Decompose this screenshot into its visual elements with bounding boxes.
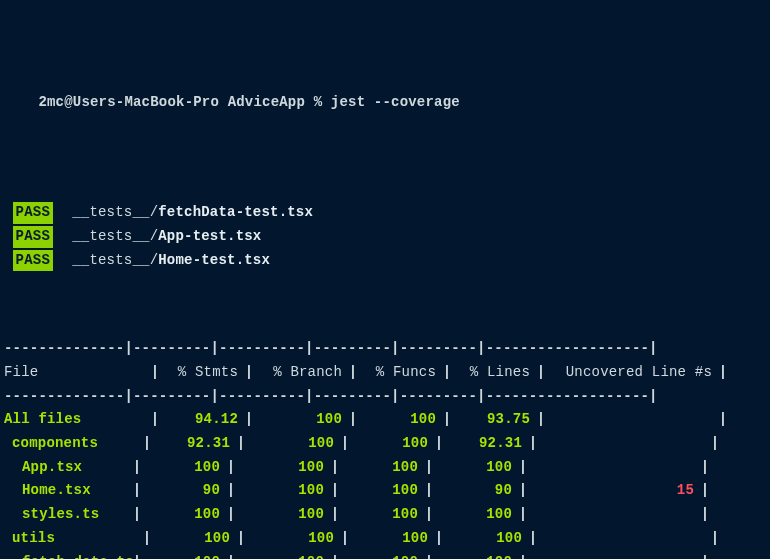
column-separator: |: [126, 504, 148, 526]
coverage-table: --------------|---------|----------|----…: [4, 337, 766, 559]
coverage-file: fetch-data.ts: [4, 552, 126, 560]
prompt-line: 2mc@Users-MacBook-Pro AdviceApp % jest -…: [4, 69, 766, 136]
column-separator: |: [418, 457, 440, 479]
table-row: App.tsx|100|100|100|100||: [4, 456, 766, 480]
coverage-stmts: 100: [148, 504, 220, 526]
column-separator: |: [144, 362, 166, 384]
table-row: utils|100|100|100|100||: [4, 527, 766, 551]
shell-prompt: 2mc@Users-MacBook-Pro AdviceApp % jest -…: [38, 94, 459, 110]
column-separator: |: [418, 552, 440, 560]
column-separator: |: [230, 528, 252, 550]
column-separator: |: [230, 433, 252, 455]
test-run-line: PASS __tests__/Home-test.tsx: [4, 249, 766, 273]
coverage-file: components: [4, 433, 136, 455]
test-run-line: PASS __tests__/fetchData-test.tsx: [4, 201, 766, 225]
column-separator: |: [136, 433, 158, 455]
pass-badge: PASS: [13, 202, 53, 224]
column-separator: |: [324, 457, 346, 479]
coverage-stmts: 94.12: [166, 409, 238, 431]
coverage-stmts: 100: [148, 552, 220, 560]
coverage-lines: 93.75: [458, 409, 530, 431]
coverage-funcs: 100: [364, 409, 436, 431]
column-separator: |: [220, 504, 242, 526]
tests-dir: __tests__/: [72, 252, 158, 268]
column-separator: |: [712, 362, 734, 384]
column-separator: |: [342, 362, 364, 384]
coverage-stmts: 90: [148, 480, 220, 502]
column-separator: |: [694, 504, 716, 526]
column-separator: |: [220, 457, 242, 479]
coverage-branch: 100: [242, 457, 324, 479]
coverage-lines: 100: [440, 457, 512, 479]
coverage-lines: 100: [450, 528, 522, 550]
test-file-name: App-test.tsx: [158, 228, 261, 244]
column-separator: |: [704, 528, 726, 550]
column-separator: |: [418, 504, 440, 526]
column-separator: |: [436, 362, 458, 384]
col-header-branch: % Branch: [260, 362, 342, 384]
coverage-funcs: 100: [346, 552, 418, 560]
column-separator: |: [126, 457, 148, 479]
column-separator: |: [238, 362, 260, 384]
col-header-file: File: [4, 362, 144, 384]
coverage-stmts: 100: [158, 528, 230, 550]
column-separator: |: [324, 552, 346, 560]
coverage-branch: 100: [242, 504, 324, 526]
column-separator: |: [512, 504, 534, 526]
table-rule: --------------|---------|----------|----…: [4, 385, 766, 409]
column-separator: |: [522, 528, 544, 550]
column-separator: |: [334, 528, 356, 550]
coverage-branch: 100: [242, 480, 324, 502]
coverage-file: Home.tsx: [4, 480, 126, 502]
coverage-lines: 100: [440, 552, 512, 560]
column-separator: |: [220, 552, 242, 560]
column-separator: |: [334, 433, 356, 455]
table-row: Home.tsx|90|100|100|90|15|: [4, 479, 766, 503]
coverage-branch: 100: [252, 528, 334, 550]
coverage-funcs: 100: [346, 504, 418, 526]
pass-badge: PASS: [13, 250, 53, 272]
column-separator: |: [694, 552, 716, 560]
test-file-name: fetchData-test.tsx: [158, 204, 313, 220]
coverage-funcs: 100: [346, 480, 418, 502]
column-separator: |: [126, 552, 148, 560]
coverage-branch: 100: [242, 552, 324, 560]
column-separator: |: [694, 457, 716, 479]
test-file-name: Home-test.tsx: [158, 252, 270, 268]
tests-dir: __tests__/: [72, 204, 158, 220]
coverage-lines: 92.31: [450, 433, 522, 455]
column-separator: |: [704, 433, 726, 455]
column-separator: |: [418, 480, 440, 502]
table-row: All files|94.12|100|100|93.75||: [4, 408, 766, 432]
coverage-funcs: 100: [346, 457, 418, 479]
coverage-stmts: 92.31: [158, 433, 230, 455]
column-separator: |: [342, 409, 364, 431]
column-separator: |: [136, 528, 158, 550]
table-rule: --------------|---------|----------|----…: [4, 337, 766, 361]
coverage-stmts: 100: [148, 457, 220, 479]
column-separator: |: [530, 409, 552, 431]
coverage-file: All files: [4, 409, 144, 431]
column-separator: |: [220, 480, 242, 502]
coverage-uncovered: 15: [534, 480, 694, 502]
pass-badge: PASS: [13, 226, 53, 248]
column-separator: |: [144, 409, 166, 431]
col-header-stmts: % Stmts: [166, 362, 238, 384]
column-separator: |: [428, 528, 450, 550]
terminal[interactable]: 2mc@Users-MacBook-Pro AdviceApp % jest -…: [0, 0, 770, 559]
tests-dir: __tests__/: [72, 228, 158, 244]
column-separator: |: [238, 409, 260, 431]
test-runs: PASS __tests__/fetchData-test.tsx PASS _…: [4, 201, 766, 272]
column-separator: |: [324, 504, 346, 526]
coverage-branch: 100: [252, 433, 334, 455]
column-separator: |: [522, 433, 544, 455]
column-separator: |: [512, 552, 534, 560]
coverage-funcs: 100: [356, 433, 428, 455]
coverage-file: styles.ts: [4, 504, 126, 526]
col-header-uncov: Uncovered Line #s: [552, 362, 712, 384]
column-separator: |: [512, 457, 534, 479]
test-run-line: PASS __tests__/App-test.tsx: [4, 225, 766, 249]
column-separator: |: [512, 480, 534, 502]
column-separator: |: [436, 409, 458, 431]
table-header-row: File|% Stmts|% Branch|% Funcs|% Lines|Un…: [4, 361, 766, 385]
